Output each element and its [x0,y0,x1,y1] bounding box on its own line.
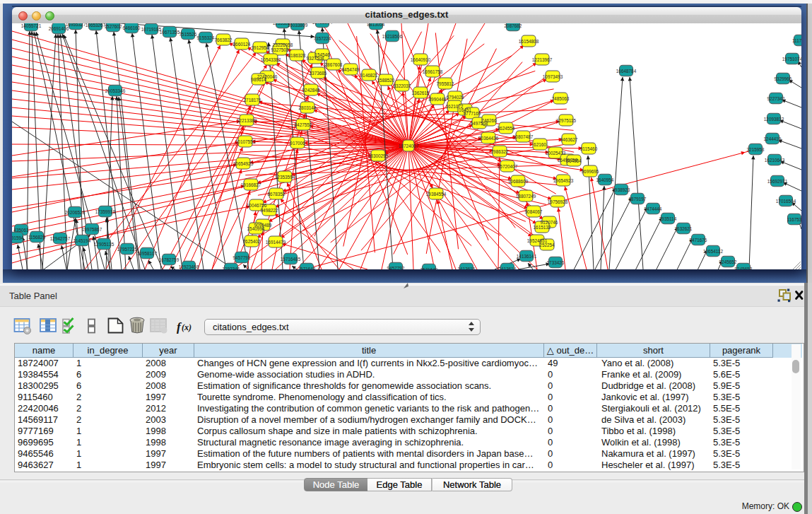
svg-text:8186328: 8186328 [288,53,306,58]
svg-text:6879197: 6879197 [629,197,647,201]
svg-text:154546: 154546 [314,52,330,57]
svg-text:9457792: 9457792 [387,266,405,269]
svg-text:12213967: 12213967 [532,57,553,62]
svg-text:15692971: 15692971 [767,179,788,184]
svg-text:16154808: 16154808 [519,39,539,44]
svg-text:10107553: 10107553 [235,139,256,144]
svg-text:16033809: 16033809 [288,23,308,28]
svg-text:391594: 391594 [12,235,24,240]
svg-text:6794028: 6794028 [447,95,464,100]
svg-text:1588520: 1588520 [377,78,395,83]
svg-text:8660124: 8660124 [233,42,251,47]
svg-text:12213389: 12213389 [237,118,257,123]
svg-text:8813054: 8813054 [367,23,385,27]
svg-text:1540994: 1540994 [247,226,265,231]
svg-text:252254: 252254 [539,243,555,247]
svg-text:989614: 989614 [251,77,266,82]
svg-text:10671355: 10671355 [160,30,180,35]
svg-text:8678352: 8678352 [268,192,286,197]
svg-text:15720407: 15720407 [498,164,518,169]
svg-text:1733426: 1733426 [547,260,565,265]
svg-text:917006: 917006 [290,141,305,146]
svg-text:1640954: 1640954 [596,177,614,182]
svg-text:10958107: 10958107 [137,251,158,256]
svg-text:8454749: 8454749 [342,67,360,72]
svg-text:19218506: 19218506 [382,34,403,39]
svg-text:14136141: 14136141 [517,254,537,259]
svg-text:16961758: 16961758 [423,69,443,74]
svg-text:19384554: 19384554 [426,192,447,197]
svg-text:9242848: 9242848 [302,88,320,93]
svg-text:10688609: 10688609 [508,179,529,184]
svg-text:16782759: 16782759 [159,257,180,262]
svg-text:17359918: 17359918 [95,209,116,214]
svg-text:9245652: 9245652 [719,259,737,264]
svg-text:17957225: 17957225 [117,247,138,252]
svg-text:9146821: 9146821 [360,73,378,78]
svg-text:7625402: 7625402 [243,239,261,244]
svg-text:9155324: 9155324 [197,35,215,40]
svg-text:435061: 435061 [13,228,29,233]
svg-text:8471676: 8471676 [690,238,707,243]
svg-text:8322037: 8322037 [394,83,411,88]
svg-text:2867608: 2867608 [325,62,343,67]
svg-text:10654112: 10654112 [703,249,723,254]
svg-text:19756928: 19756928 [548,199,568,204]
svg-text:19166827: 19166827 [241,182,261,187]
svg-text:1292346: 1292346 [223,267,240,269]
svg-text:116753: 116753 [787,217,801,222]
svg-text:20691406: 20691406 [49,26,69,31]
svg-text:23226058: 23226058 [273,42,293,47]
svg-text:20053346: 20053346 [105,88,126,93]
svg-text:8990448: 8990448 [429,97,447,102]
svg-text:3373685: 3373685 [310,71,327,76]
svg-text:18300295: 18300295 [368,153,389,158]
svg-text:9457791: 9457791 [233,255,251,260]
svg-text:10973493: 10973493 [543,74,563,79]
svg-text:9245653: 9245653 [735,267,753,269]
svg-text:18724007: 18724007 [399,144,419,148]
svg-text:1362615: 1362615 [412,90,430,95]
svg-text:746266: 746266 [481,118,497,123]
svg-text:3215958: 3215958 [747,147,765,152]
svg-text:1117344: 1117344 [792,38,801,43]
svg-text:62160: 62160 [534,142,546,147]
svg-text:8427552: 8427552 [295,122,312,127]
svg-text:15716485: 15716485 [281,257,301,262]
svg-text:3912954: 3912954 [252,45,269,50]
svg-text:17016504: 17016504 [776,199,796,204]
svg-text:12975115: 12975115 [556,118,576,123]
svg-text:16640910: 16640910 [411,57,431,62]
svg-text:7485063: 7485063 [552,96,570,101]
svg-text:14055721: 14055721 [21,23,42,28]
svg-text:9474444: 9474444 [645,206,662,211]
svg-text:9327503: 9327503 [271,47,289,52]
svg-text:16955327: 16955327 [66,23,86,27]
svg-text:20364436: 20364436 [478,136,499,141]
svg-text:2087682: 2087682 [505,23,522,28]
svg-text:1244419: 1244419 [764,136,782,141]
svg-text:7663822: 7663822 [215,37,233,42]
svg-text:16648784: 16648784 [616,69,637,74]
svg-text:(x): (x) [182,322,192,332]
svg-text:9777169: 9777169 [464,111,481,116]
svg-text:18807249: 18807249 [516,194,536,199]
svg-text:1571648: 1571648 [298,267,316,269]
svg-text:10543382: 10543382 [261,57,281,62]
svg-text:10719185: 10719185 [141,27,162,32]
svg-text:7632621: 7632621 [675,226,693,231]
svg-text:20206528: 20206528 [65,210,86,215]
svg-text:7357224: 7357224 [314,36,331,41]
svg-text:10653267: 10653267 [86,23,106,28]
svg-text:9120746: 9120746 [541,220,558,225]
svg-text:10025433: 10025433 [546,151,566,156]
svg-text:6466160: 6466160 [123,25,141,30]
svg-text:7515526: 7515526 [180,32,197,37]
svg-text:9329966: 9329966 [775,76,792,81]
svg-text:2718176: 2718176 [244,98,261,103]
svg-text:3624554: 3624554 [498,126,515,131]
svg-text:12923468: 12923468 [179,264,199,269]
svg-text:1527602: 1527602 [105,24,122,29]
svg-text:7955812: 7955812 [437,81,454,86]
svg-text:7986322: 7986322 [491,149,509,154]
